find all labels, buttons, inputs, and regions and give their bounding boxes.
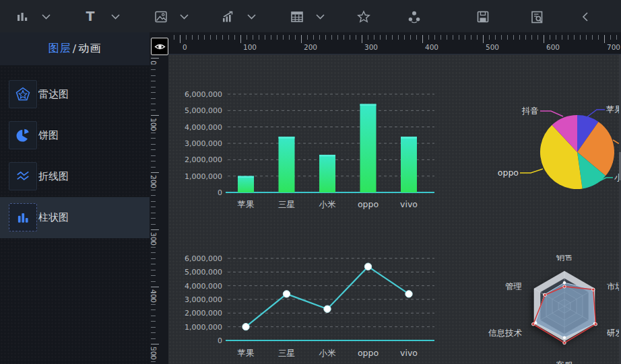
- table-tool-button[interactable]: [288, 8, 306, 26]
- ruler-tick: [151, 133, 156, 133]
- ruler-tick: [151, 87, 156, 87]
- trend-chart-tool-button[interactable]: [220, 8, 237, 26]
- line-series: [246, 266, 409, 326]
- ruler-tick: [151, 350, 156, 351]
- ruler-label: 0: [183, 43, 187, 51]
- ruler-tick: [151, 235, 156, 236]
- left-sidebar: 图层 / 动画 雷达图: [0, 32, 150, 364]
- data-point: [283, 291, 290, 297]
- save-tool-button[interactable]: [474, 8, 492, 26]
- svg-text:3,000,000: 3,000,000: [185, 139, 222, 148]
- layer-item-column-chart[interactable]: 柱状图: [0, 197, 150, 238]
- ruler-tick: [428, 35, 429, 40]
- layer-item-label: 雷达图: [38, 74, 69, 115]
- svg-text:信息技术: 信息技术: [488, 328, 523, 338]
- star-icon: [357, 10, 370, 24]
- ruler-tick: [151, 104, 156, 104]
- ruler-tick: [151, 241, 156, 242]
- ruler-tick: [465, 35, 465, 40]
- svg-text:3,000,000: 3,000,000: [185, 295, 222, 304]
- ruler-tick: [151, 327, 156, 328]
- ruler-tick: [356, 35, 356, 40]
- toggle-guides-button[interactable]: [151, 38, 168, 55]
- ruler-tick: [271, 35, 271, 40]
- svg-text:小米: 小米: [319, 348, 337, 358]
- layer-item-line-chart[interactable]: 折线图: [0, 156, 150, 197]
- ruler-tick: [404, 35, 405, 40]
- svg-text:苹果: 苹果: [238, 348, 255, 358]
- svg-text:5,000,000: 5,000,000: [185, 268, 222, 277]
- design-canvas[interactable]: 01,000,0002,000,0003,000,0004,000,0005,0…: [168, 54, 621, 364]
- pie-chart-widget[interactable]: 苹果小米oppo抖音: [478, 102, 621, 253]
- data-point: [364, 263, 371, 270]
- text-icon: T: [83, 9, 98, 24]
- layer-item-radar-chart[interactable]: 雷达图: [0, 74, 150, 115]
- ruler-tick: [151, 224, 156, 225]
- layer-item-pie-chart[interactable]: 饼图: [0, 115, 150, 156]
- ruler-tick: [151, 58, 159, 59]
- ruler-tick: [253, 35, 253, 40]
- svg-text:1,000,000: 1,000,000: [185, 323, 222, 332]
- ruler-tick: [151, 190, 156, 190]
- collapse-toolbar-button[interactable]: [577, 8, 594, 26]
- bar-chart-widget[interactable]: 01,000,0002,000,0003,000,0004,000,0005,0…: [181, 76, 443, 221]
- text-tool-button[interactable]: T: [81, 8, 99, 26]
- ruler-tick: [398, 35, 399, 40]
- tab-animation[interactable]: 动画: [78, 42, 101, 56]
- ruler-tick: [344, 35, 344, 40]
- ruler-label: 200: [304, 43, 317, 51]
- table-tool-dropdown[interactable]: [311, 8, 329, 26]
- share-tool-button[interactable]: [405, 8, 423, 26]
- ruler-tick: [331, 35, 332, 40]
- ruler-tick: [151, 304, 156, 305]
- ruler-tick: [151, 252, 156, 253]
- ruler-tick: [525, 35, 526, 40]
- ruler-tick: [151, 321, 156, 322]
- ruler-tick: [453, 35, 453, 40]
- ruler-label: 300: [150, 232, 158, 246]
- ruler-tick: [544, 35, 544, 43]
- ruler-tick: [151, 115, 159, 116]
- ruler-tick: [380, 35, 381, 40]
- image-tool-dropdown[interactable]: [175, 8, 193, 26]
- ruler-tick: [592, 35, 593, 40]
- ruler-tick: [392, 35, 393, 40]
- text-tool-dropdown[interactable]: [106, 8, 124, 26]
- ruler-tick: [580, 35, 581, 40]
- ruler-label: 300: [364, 43, 378, 51]
- ruler-tick: [151, 201, 156, 202]
- ruler-label: 600: [546, 43, 560, 51]
- svg-text:0: 0: [218, 336, 222, 345]
- preview-tool-button[interactable]: [528, 8, 546, 26]
- ruler-tick: [531, 35, 532, 40]
- bar-chart-tool-dropdown[interactable]: [37, 8, 55, 26]
- bar-chart-tool-button[interactable]: [13, 8, 31, 26]
- ruler-tick: [151, 144, 156, 145]
- radar-chart-widget[interactable]: 销售市场研发客服信息技术管理: [485, 255, 621, 364]
- line-chart-widget[interactable]: 01,000,0002,000,0003,000,0004,000,0005,0…: [181, 248, 443, 364]
- trend-chart-icon: [222, 10, 235, 24]
- chevron-down-icon: [42, 14, 51, 20]
- ruler-tick: [151, 281, 156, 282]
- svg-text:oppo: oppo: [358, 348, 379, 358]
- ruler-tick: [180, 35, 181, 43]
- ruler-tick: [228, 35, 229, 40]
- bar: [360, 104, 377, 192]
- bar-chart-icon: [15, 10, 29, 24]
- ruler-tick: [151, 310, 156, 310]
- image-tool-button[interactable]: [152, 8, 170, 26]
- bar: [319, 155, 335, 192]
- svg-text:oppo: oppo: [498, 168, 519, 178]
- ruler-tick: [151, 355, 156, 356]
- ruler-tick: [325, 35, 326, 40]
- svg-text:苹果: 苹果: [238, 199, 255, 209]
- ruler-tick: [337, 35, 338, 40]
- favorite-tool-button[interactable]: [355, 8, 372, 26]
- ruler-tick: [259, 35, 259, 40]
- eye-icon: [154, 42, 166, 51]
- ruler-tick: [307, 35, 308, 40]
- tab-layers[interactable]: 图层: [48, 42, 71, 56]
- ruler-tick: [222, 35, 223, 40]
- trend-chart-tool-dropdown[interactable]: [242, 8, 260, 26]
- ruler-tick: [151, 247, 156, 248]
